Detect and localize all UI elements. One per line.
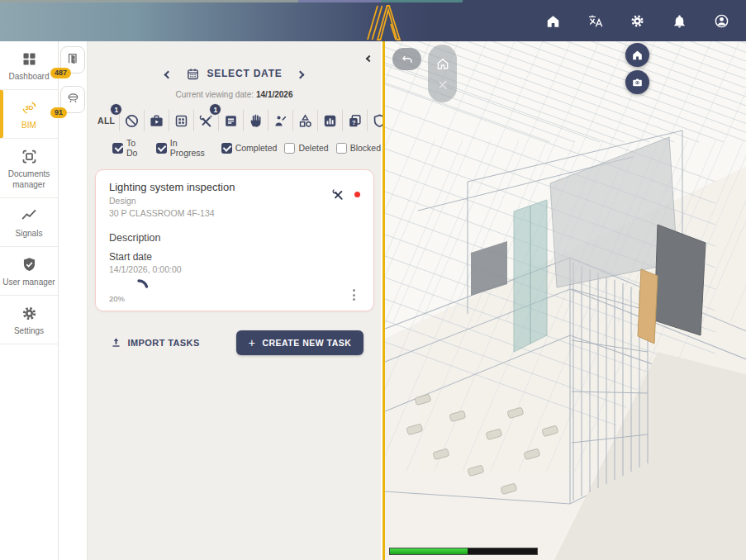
view-tools-pill[interactable] xyxy=(428,45,457,102)
select-date-button[interactable]: SELECT DATE xyxy=(186,67,282,81)
chart-icon xyxy=(322,113,338,129)
task-status-red-dot xyxy=(354,192,360,197)
task-type-tools-icon xyxy=(331,187,345,202)
model-load-progress-fill xyxy=(390,548,468,554)
shield-check-icon xyxy=(21,256,38,273)
shapes-icon xyxy=(297,113,313,129)
screenshot-button[interactable] xyxy=(625,70,649,94)
block-icon xyxy=(124,113,140,129)
upload-icon xyxy=(110,337,122,349)
person-raise-hand-icon xyxy=(273,113,288,129)
task-card[interactable]: Lighting system inspection Design 30 P C… xyxy=(95,169,374,311)
deleted-checkbox[interactable] xyxy=(284,143,295,154)
filter-all-button[interactable]: ALL 1 xyxy=(93,110,120,131)
bim-3d-icon: 3D xyxy=(21,99,38,116)
filter-pages-question-button[interactable]: ? xyxy=(343,110,368,131)
collapse-panel-chevron-icon[interactable] xyxy=(365,48,373,66)
status-filter-blocked[interactable]: Blocked xyxy=(336,143,381,154)
sidebar-item-signals[interactable]: Signals xyxy=(0,198,58,247)
filter-person-raise-hand-button[interactable] xyxy=(268,110,293,131)
current-date-value: 14/1/2026 xyxy=(256,90,293,99)
task-panel: SELECT DATE Current viewing date:14/1/20… xyxy=(88,41,383,560)
translate-icon[interactable] xyxy=(587,13,603,29)
plus-icon: + xyxy=(249,339,256,347)
status-filter-deleted[interactable]: Deleted xyxy=(284,143,328,154)
sidebar-item-user-manager[interactable]: User manager xyxy=(0,247,58,296)
tools-mode-icon xyxy=(436,78,449,91)
date-selector: SELECT DATE xyxy=(88,64,381,83)
settings-icon[interactable] xyxy=(630,13,645,29)
status-filter-in-progress[interactable]: In Progress xyxy=(156,138,214,158)
status-filter-todo[interactable]: To Do xyxy=(112,138,149,158)
filter-work-package-button[interactable] xyxy=(145,110,169,131)
doors-count-badge: 487 xyxy=(50,68,71,78)
previous-date-chevron-icon[interactable] xyxy=(163,64,173,83)
camera-icon xyxy=(631,76,644,88)
task-menu-kebab-icon[interactable] xyxy=(348,286,360,304)
home-icon xyxy=(631,49,644,61)
calendar-icon xyxy=(186,67,200,81)
task-progress-label: 20% xyxy=(109,294,125,303)
current-viewing-date: Current viewing date:14/1/2026 xyxy=(88,90,381,99)
reset-view-button[interactable] xyxy=(625,43,649,67)
filter-chart-button[interactable] xyxy=(318,110,343,131)
filter-block-button[interactable] xyxy=(120,110,145,131)
select-date-label: SELECT DATE xyxy=(207,68,282,79)
sidebar-item-label: User manager xyxy=(2,277,55,287)
sidebar-item-label: Signals xyxy=(2,228,55,239)
topbar-icon-group xyxy=(545,0,729,41)
status-filter-row: To Do In Progress Completed Deleted Bloc… xyxy=(112,138,381,158)
sidebar-item-bim[interactable]: 3D BIM xyxy=(0,90,58,139)
task-status-icons xyxy=(331,187,360,202)
blocked-checkbox[interactable] xyxy=(336,143,347,154)
bim-model-wireframe[interactable] xyxy=(385,41,746,560)
undo-button[interactable] xyxy=(392,48,421,70)
model-toolstrip: 487 91 xyxy=(59,41,88,560)
filter-notes-button[interactable] xyxy=(219,110,244,131)
sidebar-item-label: Documents manager xyxy=(2,168,55,190)
next-date-chevron-icon[interactable] xyxy=(295,64,306,83)
account-icon[interactable] xyxy=(714,13,729,29)
task-type-filter-bar: ALL 1 1 xyxy=(93,110,379,131)
undo-icon xyxy=(401,53,414,66)
doors-button[interactable]: 487 xyxy=(60,46,85,74)
home-view-icon xyxy=(436,57,449,70)
hand-icon xyxy=(248,113,264,129)
cloud-icon xyxy=(66,91,80,108)
sidebar-item-label: Dashboard xyxy=(2,71,55,82)
gear-icon xyxy=(21,305,38,322)
work-package-icon xyxy=(149,113,164,129)
notifications-icon[interactable] xyxy=(672,13,687,29)
model-load-progress xyxy=(389,548,538,555)
import-tasks-button[interactable]: IMPORT TASKS xyxy=(105,336,205,350)
completed-checkbox[interactable] xyxy=(221,143,232,154)
equipment-icon xyxy=(173,113,189,129)
todo-checkbox[interactable] xyxy=(112,143,123,154)
filter-equipment-button[interactable] xyxy=(169,110,194,131)
cloud-items-button[interactable]: 91 xyxy=(60,86,85,113)
task-actions-row: IMPORT TASKS + CREATE NEW TASK xyxy=(88,330,381,355)
filter-hand-button[interactable] xyxy=(244,110,268,131)
task-phase: Design xyxy=(109,196,235,206)
task-card-footer: 20% xyxy=(109,278,360,304)
sidebar-item-label: Settings xyxy=(2,325,55,336)
create-new-task-button[interactable]: + CREATE NEW TASK xyxy=(236,330,364,355)
pages-question-icon: ? xyxy=(347,113,363,129)
bim-app-window: Dashboard 3D BIM Documents manager xyxy=(0,0,746,560)
sidebar-item-documents-manager[interactable]: Documents manager xyxy=(0,139,58,198)
cloud-count-badge: 91 xyxy=(50,107,67,118)
sidebar-item-dashboard[interactable]: Dashboard xyxy=(0,41,58,90)
task-description-label: Description xyxy=(109,232,360,244)
sidebar-item-label: BIM xyxy=(2,120,55,131)
task-start-date-label: Start date xyxy=(109,251,360,263)
status-filter-completed[interactable]: Completed xyxy=(221,143,278,154)
task-card-header: Lighting system inspection Design 30 P C… xyxy=(109,181,360,218)
sidebar-item-settings[interactable]: Settings xyxy=(0,296,58,344)
home-icon[interactable] xyxy=(545,13,561,29)
filter-shapes-button[interactable] xyxy=(293,110,318,131)
filter-tools-button[interactable]: 1 xyxy=(194,110,219,131)
in-progress-checkbox[interactable] xyxy=(156,143,167,154)
notes-icon xyxy=(223,113,239,129)
bim-3d-viewport[interactable] xyxy=(383,41,746,560)
dashboard-icon xyxy=(21,50,38,68)
